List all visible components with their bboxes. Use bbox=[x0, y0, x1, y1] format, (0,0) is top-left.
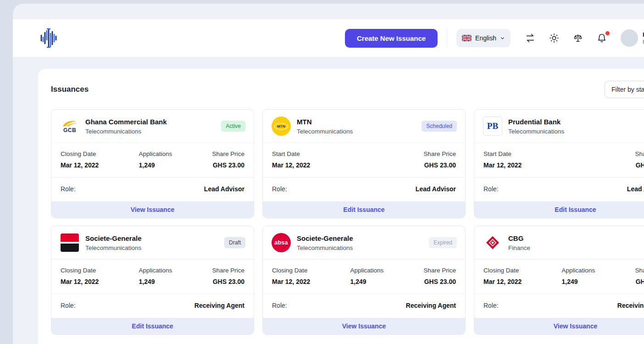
app-window: Create New Issuance English bbox=[13, 4, 644, 344]
role-row: Role: Lead Advisor bbox=[474, 178, 644, 201]
card-fields: Start Date Mar 12, 2022 Share Price GHS … bbox=[474, 143, 644, 178]
field: Share Price GHS 23.00 bbox=[212, 150, 244, 169]
top-bar: Create New Issuance English bbox=[13, 19, 644, 57]
company-name: CBG bbox=[508, 234, 644, 242]
company-sector: Telecommunications bbox=[85, 128, 216, 135]
user-menu[interactable]: Ke Br bbox=[621, 29, 644, 47]
field: Closing Date Mar 12, 2022 bbox=[61, 150, 99, 169]
field: Share Price GHS 23.00 bbox=[635, 150, 644, 169]
panel-header: Issuances Filter by status bbox=[51, 81, 644, 98]
card-header: PB Prudential Bank Telecommunications bbox=[474, 110, 644, 143]
avatar bbox=[621, 29, 638, 47]
role-value: Receiving Agent bbox=[406, 302, 456, 309]
issuance-card: CBG Finance Closing Date Mar 12, 2022 Ap… bbox=[474, 226, 644, 335]
role-row: Role: Lead Advisor bbox=[263, 178, 465, 201]
status-badge: Expired bbox=[429, 237, 457, 248]
gcb-logo: GCB bbox=[60, 116, 80, 136]
field: Closing Date Mar 12, 2022 bbox=[61, 267, 99, 285]
language-selector[interactable]: English bbox=[456, 29, 511, 47]
icon-bar bbox=[525, 33, 607, 43]
card-action-button[interactable]: View Issuance bbox=[51, 201, 254, 218]
language-label: English bbox=[475, 34, 496, 42]
role-row: Role: Receiving Agent bbox=[474, 294, 644, 318]
prudential-bank-logo: PB bbox=[483, 116, 503, 136]
status-badge: Draft bbox=[224, 237, 245, 248]
card-header: absa Societe-Generale Telecommunications… bbox=[263, 226, 465, 260]
role-row: Role: Receiving Agent bbox=[263, 294, 465, 318]
create-new-issuance-button[interactable]: Create New Issuance bbox=[345, 29, 438, 48]
company-name: MTN bbox=[297, 118, 416, 126]
company-sector: Telecommunications bbox=[85, 244, 219, 251]
company-sector: Telecommunications bbox=[297, 128, 416, 135]
role-value: Lead Advisor bbox=[627, 185, 644, 193]
role-label: Role: bbox=[483, 185, 499, 193]
mtn-logo: MTN bbox=[271, 116, 291, 136]
card-fields: Closing Date Mar 12, 2022 Applications 1… bbox=[263, 260, 465, 294]
card-action-button[interactable]: View Issuance bbox=[474, 318, 644, 334]
role-row: Role: Lead Advisor bbox=[51, 178, 254, 201]
issuance-card: MTN MTN Telecommunications Scheduled Sta… bbox=[262, 109, 466, 218]
field: Applications 1,249 bbox=[561, 267, 595, 285]
issuance-card: Societe-Generale Telecommunications Draf… bbox=[51, 226, 254, 335]
notifications-bell-icon[interactable] bbox=[597, 33, 607, 43]
card-action-button[interactable]: Edit Issuance bbox=[474, 201, 644, 218]
card-header: CBG Finance bbox=[474, 226, 644, 260]
role-label: Role: bbox=[483, 302, 499, 309]
field: Applications 1,249 bbox=[139, 150, 172, 169]
company-name: Societe-Generale bbox=[297, 234, 423, 242]
status-badge: Active bbox=[221, 121, 245, 132]
card-header: Societe-Generale Telecommunications Draf… bbox=[51, 226, 254, 260]
gcb-eagle-icon bbox=[62, 120, 78, 127]
card-action-button[interactable]: Edit Issuance bbox=[263, 201, 465, 218]
field: Closing Date Mar 12, 2022 bbox=[272, 267, 310, 285]
theme-brightness-icon[interactable] bbox=[549, 33, 559, 43]
role-label: Role: bbox=[272, 185, 287, 193]
field: Share Price GHS 23.00 bbox=[635, 267, 644, 285]
cbg-diamond-icon bbox=[483, 233, 502, 252]
role-value: Lead Advisor bbox=[204, 185, 244, 193]
scales-icon[interactable] bbox=[573, 33, 583, 43]
field: Applications 1,249 bbox=[139, 267, 172, 285]
top-bar-actions: Create New Issuance English bbox=[345, 28, 644, 48]
uk-flag-icon bbox=[462, 35, 472, 41]
card-action-button[interactable]: Edit Issuance bbox=[51, 318, 254, 334]
cbg-logo bbox=[483, 233, 503, 253]
field: Share Price GHS 23.00 bbox=[212, 267, 244, 285]
card-header: MTN MTN Telecommunications Scheduled bbox=[263, 110, 465, 143]
card-fields: Closing Date Mar 12, 2022 Applications 1… bbox=[51, 260, 254, 294]
company-name: Societe-Generale bbox=[85, 234, 219, 242]
issuance-card: absa Societe-Generale Telecommunications… bbox=[262, 226, 466, 335]
status-badge: Scheduled bbox=[422, 121, 457, 132]
field: Closing Date Mar 12, 2022 bbox=[483, 267, 522, 285]
societe-generale-logo bbox=[60, 233, 80, 253]
card-header: GCB Ghana Commercial Bank Telecommunicat… bbox=[51, 110, 254, 143]
issuance-card: PB Prudential Bank Telecommunications St… bbox=[474, 109, 644, 218]
role-label: Role: bbox=[61, 185, 76, 193]
role-value: Receiving Agent bbox=[617, 302, 644, 309]
chevron-down-icon bbox=[500, 36, 505, 41]
company-sector: Telecommunications bbox=[297, 244, 423, 251]
company-sector: Finance bbox=[508, 244, 644, 251]
absa-logo: absa bbox=[271, 233, 291, 253]
waveform-logo-icon bbox=[37, 26, 61, 50]
swap-icon[interactable] bbox=[525, 33, 535, 43]
card-fields: Start Date Mar 12, 2022 Share Price GHS … bbox=[263, 143, 465, 178]
role-value: Receiving Agent bbox=[194, 302, 244, 309]
role-row: Role: Receiving Agent bbox=[51, 294, 254, 318]
issuance-card: GCB Ghana Commercial Bank Telecommunicat… bbox=[51, 109, 254, 218]
company-sector: Telecommunications bbox=[508, 128, 644, 135]
card-action-button[interactable]: View Issuance bbox=[263, 318, 465, 334]
card-fields: Closing Date Mar 12, 2022 Applications 1… bbox=[474, 260, 644, 294]
issuances-panel: Issuances Filter by status GCB bbox=[38, 69, 644, 344]
filter-by-status-button[interactable]: Filter by status bbox=[605, 81, 644, 98]
role-label: Role: bbox=[61, 302, 76, 309]
field: Start Date Mar 12, 2022 bbox=[272, 150, 310, 169]
page-title: Issuances bbox=[51, 85, 89, 94]
field: Applications 1,249 bbox=[350, 267, 383, 285]
brand-logo[interactable] bbox=[37, 26, 61, 50]
issuance-card-grid: GCB Ghana Commercial Bank Telecommunicat… bbox=[51, 109, 644, 335]
company-name: Prudential Bank bbox=[508, 118, 644, 126]
company-name: Ghana Commercial Bank bbox=[85, 118, 216, 126]
role-value: Lead Advisor bbox=[416, 185, 456, 193]
field: Share Price GHS 23.00 bbox=[423, 267, 456, 285]
